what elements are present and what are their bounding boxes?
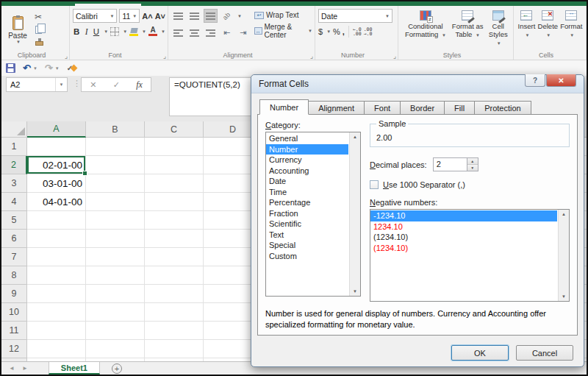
cell-A2[interactable]: 02-01-00	[27, 156, 86, 174]
column-header-A[interactable]: A	[27, 121, 86, 138]
top-align-button[interactable]	[171, 9, 185, 23]
clipboard-dialog-launcher-icon[interactable]: ⌟	[65, 52, 68, 60]
shrink-font-button[interactable]: A˅	[155, 12, 165, 21]
bottom-align-button[interactable]	[204, 9, 218, 23]
cell-C8[interactable]	[145, 266, 204, 285]
accounting-format-button[interactable]: $	[318, 27, 323, 36]
row-header-11[interactable]: 11	[1, 322, 27, 340]
cell-B6[interactable]	[86, 230, 145, 248]
accounting-dropdown-icon[interactable]: ▼	[326, 29, 331, 34]
cell-C6[interactable]	[145, 230, 204, 248]
format-as-table-button[interactable]: Format as Table ▼	[450, 9, 486, 50]
spinner-down-icon[interactable]: ▼	[467, 165, 478, 171]
row-header-5[interactable]: 5	[1, 211, 27, 230]
customize-qat-button[interactable]: ✓	[67, 64, 76, 72]
category-special[interactable]: Special	[266, 240, 348, 251]
wrap-text-button[interactable]: ↩ Wrap Text	[254, 11, 312, 19]
insert-function-button[interactable]: fx	[136, 79, 143, 91]
cell-B7[interactable]	[86, 248, 145, 266]
negative-option-1[interactable]: 1234.10	[370, 221, 557, 233]
negative-option-2[interactable]: (1234.10)	[370, 232, 557, 243]
scroll-down-icon[interactable]: ▼	[562, 294, 566, 299]
bold-button[interactable]: B	[73, 26, 80, 38]
borders-button[interactable]	[110, 27, 119, 36]
number-format-combobox[interactable]: Date ▼	[318, 9, 392, 23]
scroll-up-icon[interactable]: ▲	[562, 212, 566, 216]
row-header-7[interactable]: 7	[1, 248, 27, 266]
cut-button[interactable]: ✂	[35, 11, 51, 22]
conditional-formatting-button[interactable]: Conditional Formatting ▼	[401, 9, 450, 50]
row-header-3[interactable]: 3	[1, 174, 27, 193]
comma-style-button[interactable]: ,	[343, 27, 345, 36]
font-name-combobox[interactable]: Calibri ▼	[73, 9, 117, 23]
cell-A8[interactable]	[27, 266, 86, 285]
tab-border[interactable]: Border	[401, 101, 445, 115]
prev-sheet-icon[interactable]: ◄	[9, 365, 15, 372]
increase-indent-button[interactable]: ⇥	[236, 26, 250, 40]
align-left-button[interactable]	[171, 26, 185, 40]
scroll-up-icon[interactable]: ▲	[353, 135, 357, 139]
cell-A12[interactable]	[27, 340, 86, 358]
scroll-down-icon[interactable]: ▼	[353, 289, 357, 294]
borders-dropdown-icon[interactable]: ▼	[123, 29, 127, 34]
select-all-corner[interactable]	[1, 121, 27, 138]
tab-protection[interactable]: Protection	[475, 101, 531, 115]
category-fraction[interactable]: Fraction	[266, 208, 348, 219]
save-button[interactable]	[6, 63, 15, 73]
cancel-button[interactable]: Cancel	[516, 345, 573, 361]
name-box-dropdown-icon[interactable]: ▼	[55, 78, 67, 91]
insert-cells-button[interactable]: Insert▼	[518, 9, 536, 50]
cell-C9[interactable]	[145, 285, 204, 303]
orientation-button[interactable]: ab	[220, 9, 234, 23]
underline-button[interactable]: U	[93, 26, 100, 38]
category-general[interactable]: General	[266, 133, 348, 144]
category-date[interactable]: Date	[266, 176, 348, 187]
category-percentage[interactable]: Percentage	[266, 197, 348, 208]
category-time[interactable]: Time	[266, 187, 348, 198]
negative-scrollbar[interactable]: ▲▼	[558, 210, 569, 301]
cell-B5[interactable]	[86, 211, 145, 230]
ok-button[interactable]: OK	[451, 345, 509, 361]
cell-B13[interactable]	[86, 358, 145, 361]
cell-A3[interactable]: 03-01-00	[27, 174, 86, 193]
grow-font-button[interactable]: A˄	[142, 12, 152, 21]
undo-button[interactable]: ↶▼	[23, 63, 37, 74]
cell-C4[interactable]	[145, 193, 204, 211]
decimal-places-spinner[interactable]: 2 ▲▼	[433, 157, 478, 171]
cell-C10[interactable]	[145, 303, 204, 322]
row-header-4[interactable]: 4	[1, 193, 27, 211]
category-scrollbar[interactable]: ▲▼	[349, 132, 360, 296]
cell-B8[interactable]	[86, 266, 145, 285]
font-dialog-launcher-icon[interactable]: ⌟	[163, 52, 166, 60]
delete-cells-button[interactable]: Delete▼	[538, 9, 558, 50]
category-text[interactable]: Text	[266, 230, 348, 241]
cell-A1[interactable]	[27, 138, 86, 156]
cell-B10[interactable]	[86, 303, 145, 322]
cell-A4[interactable]: 04-01-00	[27, 193, 86, 211]
number-dialog-launcher-icon[interactable]: ⌟	[393, 52, 396, 60]
tab-number[interactable]: Number	[259, 99, 309, 115]
row-header-1[interactable]: 1	[1, 138, 27, 156]
cell-B12[interactable]	[86, 340, 145, 358]
cell-A7[interactable]	[27, 248, 86, 266]
negative-option-3[interactable]: (1234.10)	[370, 243, 557, 254]
cell-B2[interactable]	[86, 156, 145, 174]
tab-font[interactable]: Font	[365, 101, 401, 115]
align-right-button[interactable]	[204, 26, 218, 40]
italic-button[interactable]: I	[82, 26, 90, 38]
cell-A13[interactable]	[27, 358, 86, 361]
cell-C12[interactable]	[145, 340, 204, 358]
decrease-decimal-button[interactable]: .00→.0	[364, 27, 373, 36]
increase-decimal-button[interactable]: ←.0.00	[353, 27, 362, 36]
cell-C13[interactable]	[145, 358, 204, 361]
fill-color-button[interactable]	[129, 28, 138, 36]
format-cells-button[interactable]: Format▼	[560, 9, 582, 50]
cell-C1[interactable]	[145, 138, 204, 156]
align-center-button[interactable]	[187, 26, 201, 40]
font-color-dropdown-icon[interactable]: ▼	[161, 29, 165, 34]
font-color-button[interactable]: A	[148, 27, 157, 36]
cell-B9[interactable]	[86, 285, 145, 303]
cancel-entry-icon[interactable]: ✕	[90, 80, 96, 90]
tab-alignment[interactable]: Alignment	[309, 101, 365, 115]
decrease-indent-button[interactable]: ⇤	[220, 26, 234, 40]
